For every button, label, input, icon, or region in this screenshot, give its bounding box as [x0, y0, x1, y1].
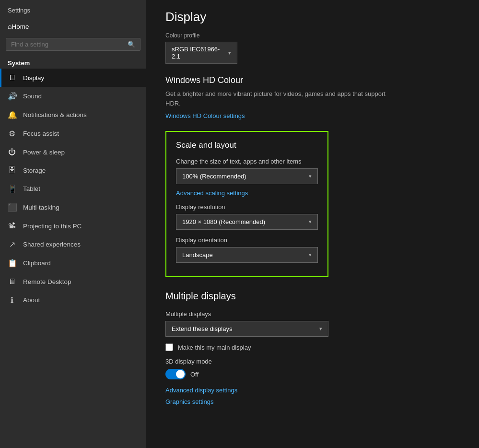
main-display-row: Make this my main display — [165, 343, 328, 351]
sidebar-item-tablet[interactable]: 📱 Tablet — [0, 179, 146, 198]
tablet-icon: 📱 — [8, 184, 16, 193]
power-icon: ⏻ — [8, 148, 16, 156]
search-input[interactable] — [11, 41, 128, 48]
app-title: Settings — [0, 0, 146, 18]
toggle-knob — [176, 370, 185, 378]
nav-label-focus: Focus assist — [23, 130, 59, 137]
scale-dropdown[interactable]: 100% (Recommended) ▾ — [176, 168, 318, 184]
hd-colour-section: Windows HD Colour Get a brighter and mor… — [165, 75, 460, 119]
about-icon: ℹ — [8, 295, 16, 305]
nav-label-projecting: Projecting to this PC — [23, 223, 82, 230]
main-display-checkbox[interactable] — [165, 343, 173, 351]
nav-list: 🖥 Display 🔊 Sound 🔔 Notifications & acti… — [0, 69, 146, 309]
nav-label-tablet: Tablet — [23, 185, 40, 192]
sidebar-item-focus[interactable]: ⚙ Focus assist — [0, 124, 146, 143]
notifications-icon: 🔔 — [8, 110, 16, 119]
graphics-settings-link[interactable]: Graphics settings — [165, 398, 213, 405]
orientation-label: Display orientation — [176, 236, 318, 244]
hd-colour-settings-link[interactable]: Windows HD Colour settings — [165, 112, 245, 119]
sidebar-item-notifications[interactable]: 🔔 Notifications & actions — [0, 106, 146, 124]
sidebar-item-projecting[interactable]: 📽 Projecting to this PC — [0, 217, 146, 235]
nav-label-shared: Shared experiences — [23, 241, 81, 248]
main-content: Display Colour profile sRGB IEC61966-2.1… — [146, 0, 479, 448]
sidebar-item-storage[interactable]: 🗄 Storage — [0, 161, 146, 179]
scale-layout-title: Scale and layout — [176, 141, 318, 150]
multitasking-icon: ⬛ — [8, 203, 16, 212]
nav-label-clipboard: Clipboard — [23, 259, 51, 267]
home-label: Home — [12, 23, 29, 30]
chevron-down-icon-orientation: ▾ — [309, 252, 312, 258]
resolution-label: Display resolution — [176, 203, 318, 211]
sidebar: Settings ⌂ Home 🔍 System 🖥 Display 🔊 Sou… — [0, 0, 146, 448]
shared-icon: ↗ — [8, 240, 16, 249]
resolution-dropdown[interactable]: 1920 × 1080 (Recommended) ▾ — [176, 214, 318, 230]
multiple-displays-title: Multiple displays — [165, 291, 328, 302]
nav-label-storage: Storage — [23, 167, 46, 174]
nav-label-remote: Remote Desktop — [23, 278, 71, 285]
page-title: Display — [165, 10, 460, 24]
display-icon: 🖥 — [8, 73, 16, 82]
3d-mode-row: 3D display mode Off — [165, 358, 328, 379]
hd-colour-desc: Get a brighter and more vibrant picture … — [165, 89, 396, 108]
scale-layout-box: Scale and layout Change the size of text… — [165, 131, 328, 277]
projecting-icon: 📽 — [8, 222, 16, 230]
sidebar-item-multitasking[interactable]: ⬛ Multi-tasking — [0, 198, 146, 217]
sidebar-item-sound[interactable]: 🔊 Sound — [0, 87, 146, 106]
remote-icon: 🖥 — [8, 277, 16, 286]
colour-profile-dropdown[interactable]: sRGB IEC61966-2.1 ▾ — [165, 42, 237, 64]
hd-colour-title: Windows HD Colour — [165, 75, 460, 85]
resolution-value: 1920 × 1080 (Recommended) — [182, 218, 265, 225]
multiple-displays-label: Multiple displays — [165, 310, 328, 318]
nav-label-display: Display — [23, 74, 44, 82]
focus-icon: ⚙ — [8, 129, 16, 138]
search-box[interactable]: 🔍 — [6, 38, 140, 51]
chevron-down-icon: ▾ — [228, 50, 231, 56]
chevron-down-icon-resolution: ▾ — [309, 219, 312, 225]
chevron-down-icon-scale: ▾ — [309, 173, 312, 179]
toggle-state-label: Off — [190, 371, 199, 378]
multiple-displays-section: Multiple displays Multiple displays Exte… — [165, 291, 328, 405]
advanced-scaling-link[interactable]: Advanced scaling settings — [176, 189, 248, 197]
nav-label-notifications: Notifications & actions — [23, 111, 87, 118]
scale-label: Change the size of text, apps and other … — [176, 158, 318, 165]
multiple-displays-value: Extend these displays — [172, 325, 232, 332]
sidebar-item-remote[interactable]: 🖥 Remote Desktop — [0, 272, 146, 291]
sidebar-item-clipboard[interactable]: 📋 Clipboard — [0, 254, 146, 272]
sidebar-item-power[interactable]: ⏻ Power & sleep — [0, 143, 146, 161]
3d-mode-label: 3D display mode — [165, 358, 328, 365]
home-icon: ⌂ — [8, 23, 12, 30]
orientation-value: Landscape — [182, 251, 213, 259]
sound-icon: 🔊 — [8, 92, 16, 101]
main-display-label: Make this my main display — [178, 344, 251, 351]
orientation-dropdown[interactable]: Landscape ▾ — [176, 247, 318, 263]
nav-label-multitasking: Multi-tasking — [23, 204, 59, 211]
nav-label-sound: Sound — [23, 93, 42, 100]
3d-mode-toggle-container: Off — [165, 369, 328, 379]
clipboard-icon: 📋 — [8, 259, 16, 268]
sidebar-item-about[interactable]: ℹ About — [0, 291, 146, 309]
colour-profile-label: Colour profile — [165, 32, 460, 39]
chevron-down-icon-displays: ▾ — [319, 326, 322, 332]
colour-profile-value: sRGB IEC61966-2.1 — [172, 46, 228, 60]
multiple-displays-dropdown[interactable]: Extend these displays ▾ — [165, 321, 328, 337]
home-nav-item[interactable]: ⌂ Home — [0, 18, 146, 35]
scale-value: 100% (Recommended) — [182, 173, 246, 180]
sidebar-item-display[interactable]: 🖥 Display — [0, 69, 146, 87]
3d-mode-toggle[interactable] — [165, 369, 186, 379]
search-icon: 🔍 — [128, 41, 135, 48]
nav-label-about: About — [23, 296, 40, 304]
nav-label-power: Power & sleep — [23, 149, 65, 156]
sidebar-item-shared[interactable]: ↗ Shared experiences — [0, 235, 146, 254]
advanced-display-link[interactable]: Advanced display settings — [165, 387, 237, 394]
system-section-label: System — [0, 56, 146, 69]
storage-icon: 🗄 — [8, 166, 16, 175]
